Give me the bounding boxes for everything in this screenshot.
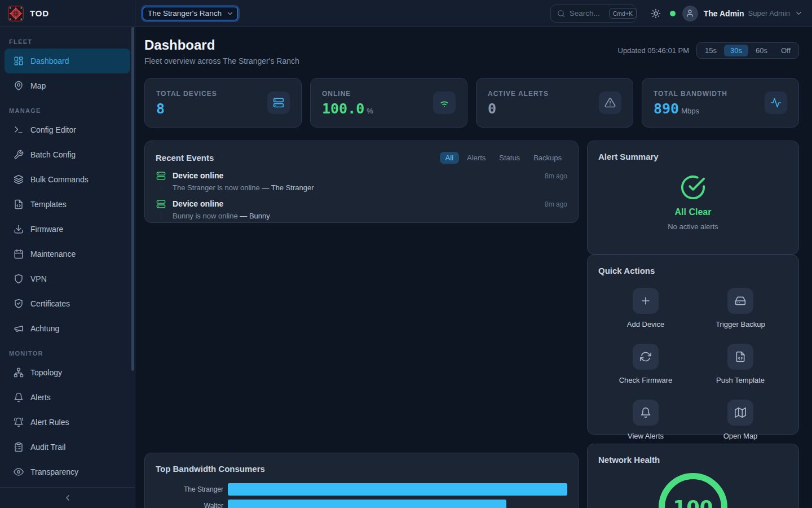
sidebar-collapse-button[interactable] bbox=[0, 487, 135, 508]
quick-action-tile bbox=[633, 288, 659, 314]
content-grid: Recent Events AllAlertsStatusBackups Dev… bbox=[144, 141, 799, 508]
sidebar-item-label: Map bbox=[30, 81, 46, 90]
bandwidth-chart: The StrangerWalter bbox=[156, 483, 567, 508]
stat-value: 0 bbox=[488, 102, 549, 116]
quick-action-trigger-backup[interactable]: Trigger Backup bbox=[693, 288, 788, 329]
search-box[interactable]: Cmd+K bbox=[550, 5, 637, 23]
stat-label: TOTAL BANDWIDTH bbox=[654, 90, 727, 98]
event-row[interactable]: Device online8m agoThe Stranger is now o… bbox=[156, 171, 567, 192]
event-device-name: — Bunny bbox=[240, 212, 270, 220]
quick-action-view-alerts[interactable]: View Alerts bbox=[598, 400, 693, 440]
sidebar-item-alerts[interactable]: Alerts bbox=[5, 385, 130, 410]
bell-icon bbox=[640, 407, 651, 418]
sidebar-item-dashboard[interactable]: Dashboard bbox=[5, 49, 130, 73]
sidebar-item-maintenance[interactable]: Maintenance bbox=[5, 242, 130, 266]
main-content: Dashboard Fleet overview across The Stra… bbox=[135, 27, 812, 508]
nav-section-label: MANAGE bbox=[5, 107, 130, 114]
interval-button-off[interactable]: Off bbox=[775, 45, 797, 56]
sidebar-item-achtung[interactable]: Achtung bbox=[5, 316, 130, 341]
sidebar-item-bulk-commands[interactable]: Bulk Commands bbox=[5, 167, 130, 192]
refresh-cw-icon bbox=[640, 351, 651, 362]
bandwidth-bar-track bbox=[228, 483, 567, 496]
file-code-icon bbox=[14, 199, 24, 209]
shield-check-icon bbox=[14, 299, 24, 309]
stat-icon-box bbox=[765, 91, 787, 114]
quick-action-label: View Alerts bbox=[628, 432, 664, 440]
avatar[interactable] bbox=[682, 6, 698, 21]
sun-icon[interactable] bbox=[651, 8, 661, 19]
interval-button-30s[interactable]: 30s bbox=[724, 45, 748, 56]
event-top-row: Device online8m ago bbox=[173, 199, 567, 208]
sidebar-item-map[interactable]: Map bbox=[5, 73, 130, 98]
sidebar-item-certificates[interactable]: Certificates bbox=[5, 291, 130, 316]
sidebar-item-topology[interactable]: Topology bbox=[5, 360, 130, 385]
search-input[interactable] bbox=[570, 9, 604, 17]
sidebar-item-label: Topology bbox=[30, 368, 62, 377]
event-body: Device online8m agoBunny is now online —… bbox=[173, 199, 567, 220]
quick-action-open-map[interactable]: Open Map bbox=[693, 400, 788, 440]
page-subtitle: Fleet overview across The Stranger's Ran… bbox=[144, 57, 299, 65]
server-icon bbox=[273, 97, 284, 108]
sidebar-item-label: Bulk Commands bbox=[30, 175, 89, 184]
event-filter-all[interactable]: All bbox=[440, 152, 459, 164]
recent-events-card: Recent Events AllAlertsStatusBackups Dev… bbox=[144, 141, 579, 223]
event-timeline-line bbox=[161, 183, 161, 192]
sidebar-item-label: Audit Trail bbox=[30, 443, 65, 452]
interval-button-15s[interactable]: 15s bbox=[699, 45, 723, 56]
sidebar-item-firmware[interactable]: Firmware bbox=[5, 217, 130, 242]
quick-action-label: Open Map bbox=[723, 432, 758, 440]
sidebar-scrollbar[interactable] bbox=[131, 27, 134, 371]
sidebar-item-label: Achtung bbox=[30, 324, 59, 333]
network-icon bbox=[14, 367, 24, 378]
clipboard-list-icon bbox=[14, 442, 24, 452]
stat-card-active-alerts: ACTIVE ALERTS0 bbox=[476, 78, 633, 128]
stat-value: 100.0% bbox=[322, 102, 373, 116]
stat-card-online: ONLINE100.0% bbox=[310, 78, 467, 128]
sidebar-item-config-editor[interactable]: Config Editor bbox=[5, 117, 130, 142]
bandwidth-device-label: The Stranger bbox=[156, 485, 228, 493]
stat-text: TOTAL DEVICES8 bbox=[156, 90, 217, 116]
user-menu-chevron-icon[interactable] bbox=[795, 9, 803, 17]
sidebar-item-transparency[interactable]: Transparency bbox=[5, 459, 130, 484]
interval-button-60s[interactable]: 60s bbox=[749, 45, 774, 56]
stat-label: ONLINE bbox=[322, 90, 373, 98]
sidebar-item-label: Certificates bbox=[30, 299, 70, 308]
event-row[interactable]: Device online8m agoBunny is now online —… bbox=[156, 199, 567, 220]
stat-icon-box bbox=[599, 91, 621, 114]
quick-action-tile bbox=[633, 344, 659, 370]
event-desc-text: Bunny is now online bbox=[173, 212, 238, 220]
quick-action-add-device[interactable]: Add Device bbox=[598, 288, 693, 329]
bandwidth-bar bbox=[228, 500, 506, 508]
stat-value-number: 100.0 bbox=[322, 100, 364, 117]
event-title: Device online bbox=[173, 199, 223, 208]
search-shortcut-badge: Cmd+K bbox=[609, 8, 637, 19]
map-icon bbox=[735, 407, 746, 418]
bandwidth-bar bbox=[228, 483, 567, 496]
event-filter-status[interactable]: Status bbox=[493, 152, 526, 164]
sidebar-item-label: Firmware bbox=[30, 225, 63, 234]
site-selector[interactable]: The Stranger's Ranch bbox=[143, 7, 238, 20]
sidebar-item-templates[interactable]: Templates bbox=[5, 192, 130, 217]
event-timeline-line bbox=[161, 212, 161, 220]
event-time: 8m ago bbox=[545, 172, 567, 180]
bell-icon bbox=[14, 392, 24, 402]
sidebar-item-audit-trail[interactable]: Audit Trail bbox=[5, 435, 130, 459]
sidebar-item-alert-rules[interactable]: Alert Rules bbox=[5, 410, 130, 435]
stat-cards: TOTAL DEVICES8ONLINE100.0%ACTIVE ALERTS0… bbox=[144, 78, 799, 128]
quick-action-push-template[interactable]: Push Template bbox=[693, 344, 788, 384]
quick-action-check-firmware[interactable]: Check Firmware bbox=[598, 344, 693, 384]
bandwidth-device-label: Walter bbox=[156, 502, 228, 508]
stat-text: ACTIVE ALERTS0 bbox=[488, 90, 549, 116]
event-filter-backups[interactable]: Backups bbox=[528, 152, 567, 164]
sidebar-item-label: Config Editor bbox=[30, 125, 76, 134]
quick-actions-card: Quick Actions Add DeviceTrigger BackupCh… bbox=[587, 255, 799, 435]
event-filter-alerts[interactable]: Alerts bbox=[461, 152, 491, 164]
event-desc-text: The Stranger is now online bbox=[173, 183, 260, 192]
sidebar-item-batch-config[interactable]: Batch Config bbox=[5, 142, 130, 167]
wifi-icon bbox=[439, 97, 450, 108]
alert-triangle-icon bbox=[604, 97, 616, 108]
nav-section-manage: MANAGEConfig EditorBatch ConfigBulk Comm… bbox=[5, 107, 130, 341]
eye-icon bbox=[14, 467, 24, 477]
sidebar-item-vpn[interactable]: VPN bbox=[5, 266, 130, 291]
quick-action-tile bbox=[727, 344, 753, 370]
